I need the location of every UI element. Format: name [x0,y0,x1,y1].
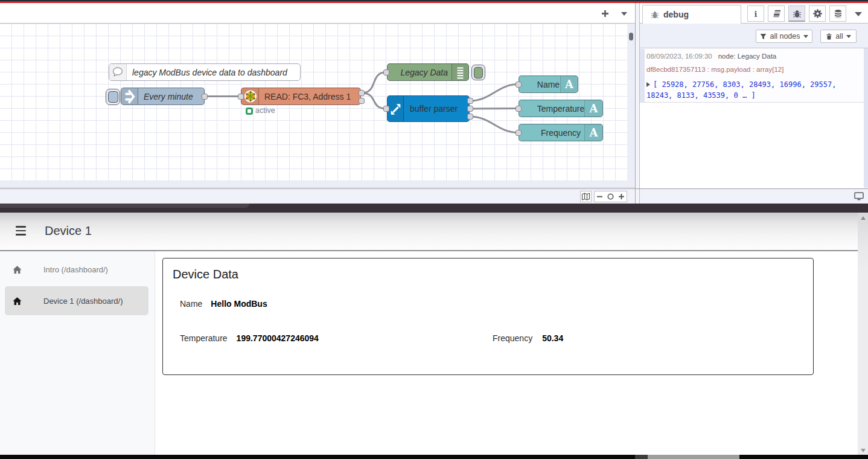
port-read-out1[interactable] [359,90,365,96]
editor-footer [0,189,635,204]
inject-button-inner[interactable] [108,91,118,103]
bottom-edge-seg1 [635,455,648,459]
card-title: Device Data [173,268,238,281]
wire-bp-frequency [470,117,519,133]
screen: legacy ModBus device data to dashboard E… [0,0,868,459]
port-bp-in[interactable] [383,106,389,112]
debug-payload[interactable]: [ 25928, 27756, 8303, 28493, 16996, 2955… [646,80,863,101]
sidebar-debug-button[interactable] [788,5,805,22]
node-ui-text-name[interactable]: A Name [519,75,578,93]
wire-read-debug [362,72,386,94]
debug-clear-button[interactable]: all [820,30,857,43]
node-modbus-read[interactable]: READ: FC3, Address 1 [241,88,361,105]
home-icon [12,265,22,275]
menu-toggle-button[interactable] [16,226,26,236]
zoom-reset-button[interactable] [605,191,616,202]
expand-icon [388,96,404,121]
modbus-icon [241,88,259,104]
node-debug[interactable]: Legacy Data [387,63,469,81]
svg-text:i: i [755,10,758,18]
zoom-out-button[interactable] [594,191,605,202]
browser-tab-silhouette [0,204,249,208]
sidebar-config-button[interactable] [809,5,826,22]
debug-message-meta: 08/09/2023, 16:09:30node: Legacy Data [646,53,863,60]
debug-toggle-button-inner[interactable] [474,67,483,79]
modbus-status-text: active [255,107,275,115]
wire-read-bufferparser [362,93,386,109]
sidebar-context-button[interactable] [829,5,846,22]
debug-msg-path: df8ecbd817357113 : msg.payload : array[1… [646,66,863,73]
debug-message[interactable]: 08/09/2023, 16:09:30node: Legacy Data df… [640,49,864,103]
node-buffer-parser[interactable]: buffer parser [387,95,470,122]
node-ui-text-frequency[interactable]: A Frequency [519,124,603,141]
navigator-button[interactable] [580,191,592,202]
clear-caret-icon [846,35,851,38]
port-bp-out1[interactable] [467,98,473,104]
bottom-edge-seg2 [648,455,739,459]
wire-bp-name [470,85,519,101]
port-frequency-in[interactable] [515,130,522,136]
home-icon [12,296,22,306]
field-frequency: Frequency50.34 [493,333,563,343]
port-debug-in[interactable] [383,69,389,75]
nav-item-intro[interactable]: Intro (/dashboard/) [5,255,148,284]
field-frequency-value: 50.34 [542,333,563,343]
wire-bp-temperature [470,109,519,109]
dashboard-page-title: Device 1 [45,224,92,238]
port-inject-out[interactable] [202,94,208,100]
debug-list-icon [452,64,468,80]
port-read-out2[interactable] [359,98,365,104]
inject-icon [121,88,138,104]
popout-button[interactable] [854,191,864,203]
dashboard-scrollbar[interactable] [858,213,868,455]
sidebar-help-button[interactable] [768,5,785,22]
sidebar-menu-chevron-icon[interactable] [855,12,862,16]
field-name-value: Hello ModBus [211,299,267,309]
debug-filter-button[interactable]: all nodes [756,30,812,43]
node-comment[interactable]: legacy ModBus device data to dashboard [109,63,301,81]
sidebar-tab-debug[interactable]: debug [642,5,741,24]
dashboard-header [0,213,868,250]
debug-source: node: Legacy Data [718,53,777,60]
port-temperature-in[interactable] [515,106,522,112]
debug-scroll-strip [864,48,868,188]
scroll-down-icon[interactable] [861,449,866,452]
expand-caret-icon[interactable] [646,82,650,87]
port-name-in[interactable] [515,82,522,88]
debug-timestamp: 08/09/2023, 16:09:30 [646,53,712,60]
port-read-in[interactable] [238,94,244,100]
port-bp-out2[interactable] [467,106,473,112]
nav-item-device1[interactable]: Device 1 (/dashboard/) [5,286,148,315]
device-data-card: Device Data NameHello ModBus Temperature… [162,258,814,375]
comment-icon [109,64,127,80]
port-bp-out3[interactable] [467,114,473,120]
scroll-up-icon[interactable] [861,216,866,220]
zoom-in-button[interactable] [616,191,627,202]
field-temperature-value: 199.77000427246094 [237,333,319,343]
sidebar-info-button[interactable]: i [747,5,764,22]
bug-icon [651,10,659,19]
node-inject[interactable]: Every minute [121,88,205,105]
node-ui-text-temperature[interactable]: A Temperature [519,100,603,117]
modbus-status-icon [246,108,253,115]
field-name: NameHello ModBus [180,299,267,309]
filter-caret-icon [803,35,808,38]
sidebar-footer [640,189,868,204]
field-temperature: Temperature199.77000427246094 [180,333,319,343]
